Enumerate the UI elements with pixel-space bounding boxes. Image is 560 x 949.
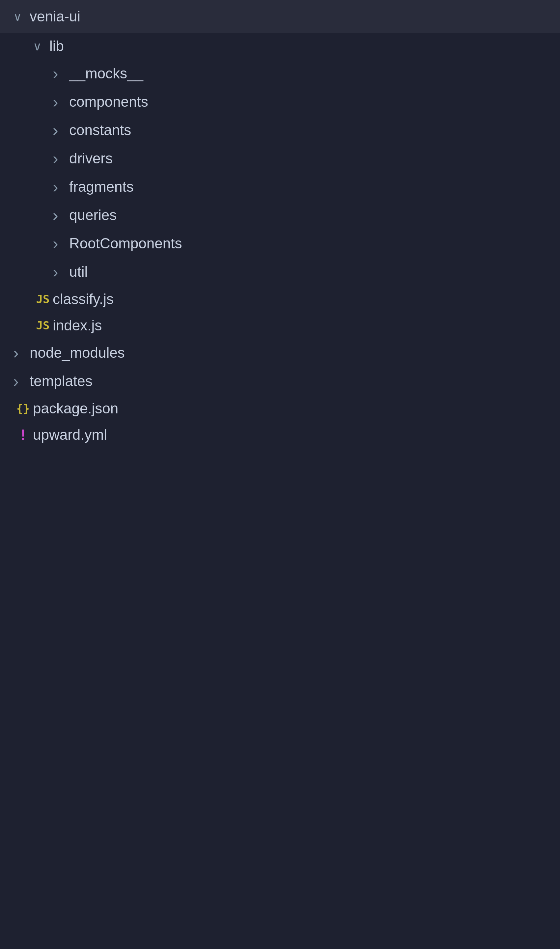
- fragments-label: fragments: [69, 180, 134, 194]
- upward-yml-label: upward.yml: [33, 428, 107, 442]
- lib-label: lib: [49, 39, 64, 53]
- classify-js-label: classify.js: [53, 292, 114, 306]
- index-js-label: index.js: [53, 318, 102, 333]
- lib-chevron-icon: [33, 40, 49, 52]
- mocks-chevron-icon: [53, 65, 69, 82]
- file-index-js[interactable]: JS index.js: [0, 312, 560, 338]
- folder-drivers[interactable]: drivers: [0, 144, 560, 172]
- folder-util[interactable]: util: [0, 258, 560, 286]
- constants-label: constants: [69, 123, 131, 137]
- mocks-label: __mocks__: [69, 66, 143, 81]
- drivers-label: drivers: [69, 151, 113, 166]
- yaml-file-icon: !: [13, 428, 33, 442]
- node-modules-chevron-icon: [13, 345, 30, 361]
- folder-node-modules[interactable]: node_modules: [0, 338, 560, 367]
- queries-chevron-icon: [53, 207, 69, 223]
- root-label: venia-ui: [30, 9, 80, 24]
- file-upward-yml[interactable]: ! upward.yml: [0, 421, 560, 448]
- constants-chevron-icon: [53, 122, 69, 138]
- templates-chevron-icon: [13, 373, 30, 389]
- util-chevron-icon: [53, 263, 69, 280]
- json-file-icon: {}: [13, 403, 33, 414]
- root-folder[interactable]: venia-ui: [0, 0, 560, 33]
- queries-label: queries: [69, 208, 117, 222]
- js-file-icon-2: JS: [33, 320, 53, 331]
- root-chevron-icon: [13, 10, 30, 23]
- rootcomponents-chevron-icon: [53, 235, 69, 252]
- folder-components[interactable]: components: [0, 88, 560, 116]
- rootcomponents-label: RootComponents: [69, 236, 182, 251]
- components-chevron-icon: [53, 94, 69, 110]
- templates-label: templates: [30, 374, 92, 388]
- file-explorer: venia-ui lib __mocks__ components consta…: [0, 0, 560, 448]
- file-classify-js[interactable]: JS classify.js: [0, 286, 560, 312]
- folder-mocks[interactable]: __mocks__: [0, 59, 560, 88]
- js-file-icon: JS: [33, 294, 53, 305]
- folder-rootcomponents[interactable]: RootComponents: [0, 229, 560, 258]
- package-json-label: package.json: [33, 401, 118, 416]
- folder-lib[interactable]: lib: [0, 33, 560, 59]
- folder-templates[interactable]: templates: [0, 367, 560, 395]
- node-modules-label: node_modules: [30, 346, 125, 360]
- drivers-chevron-icon: [53, 150, 69, 167]
- util-label: util: [69, 265, 88, 279]
- file-package-json[interactable]: {} package.json: [0, 395, 560, 421]
- folder-queries[interactable]: queries: [0, 201, 560, 229]
- folder-fragments[interactable]: fragments: [0, 172, 560, 201]
- folder-constants[interactable]: constants: [0, 116, 560, 144]
- fragments-chevron-icon: [53, 178, 69, 195]
- components-label: components: [69, 95, 148, 109]
